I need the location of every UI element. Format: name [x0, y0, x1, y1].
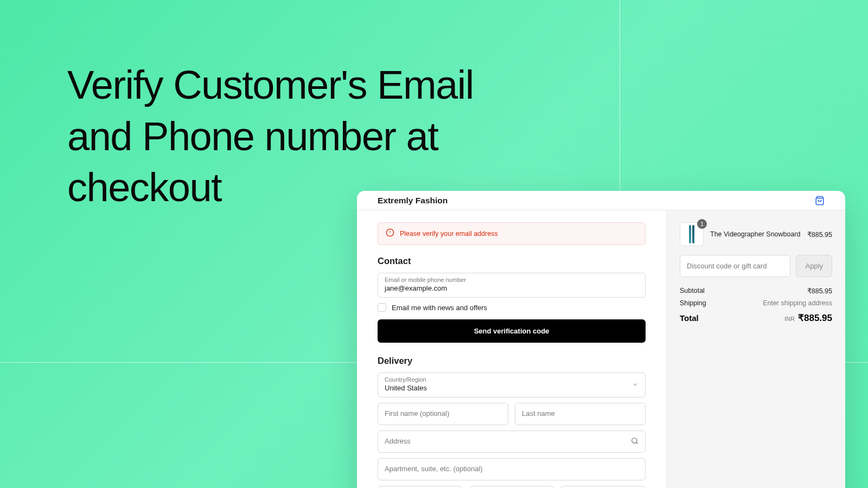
store-name: Extremly Fashion: [378, 196, 448, 206]
order-summary-column: 1 The Videographer Snowboard ₹885.95 Dis…: [666, 210, 845, 488]
address-field[interactable]: Address: [378, 431, 646, 453]
first-name-field[interactable]: First name (optional): [378, 403, 508, 425]
verify-email-alert: Please verify your email address: [378, 222, 646, 245]
product-image: [689, 225, 691, 243]
country-label: Country/Region: [385, 376, 639, 383]
product-thumbnail: 1: [680, 222, 704, 246]
svg-line-5: [636, 442, 638, 444]
city-field[interactable]: City: [378, 486, 463, 488]
chevron-down-icon: [632, 380, 639, 390]
apply-discount-button[interactable]: Apply: [796, 255, 832, 277]
product-image: [692, 225, 694, 243]
checkbox-icon[interactable]: [378, 303, 386, 312]
shopping-bag-icon[interactable]: [815, 196, 825, 206]
shipping-label: Shipping: [680, 299, 706, 307]
alert-message: Please verify your email address: [400, 230, 498, 237]
email-phone-field[interactable]: Email or mobile phone number jane@exampl…: [378, 273, 646, 298]
subtotal-row: Subtotal ₹885.95: [680, 287, 832, 295]
shipping-row: Shipping Enter shipping address: [680, 299, 832, 307]
contact-section-title: Contact: [378, 256, 646, 266]
zip-field[interactable]: ZIP code: [560, 486, 646, 488]
country-select[interactable]: Country/Region United States: [378, 373, 646, 397]
product-name: The Videographer Snowboard: [710, 230, 801, 238]
news-offers-label: Email me with news and offers: [392, 304, 487, 312]
first-name-placeholder: First name (optional): [385, 407, 501, 420]
apartment-field[interactable]: Apartment, suite, etc. (optional): [378, 458, 646, 480]
total-row: Total INR₹885.95: [680, 312, 832, 324]
total-label: Total: [680, 313, 699, 323]
product-price: ₹885.95: [807, 230, 832, 239]
send-verification-button[interactable]: Send verification code: [378, 319, 646, 343]
news-offers-checkbox-row[interactable]: Email me with news and offers: [378, 303, 646, 312]
delivery-section-title: Delivery: [378, 356, 646, 366]
state-select[interactable]: State Marshall Islands: [469, 486, 554, 488]
svg-point-4: [632, 438, 637, 442]
checkout-content: Please verify your email address Contact…: [357, 210, 845, 488]
search-icon: [631, 437, 639, 447]
window-header: Extremly Fashion: [357, 191, 845, 210]
checkout-window: Extremly Fashion Please verify your emai…: [357, 191, 845, 488]
total-value: INR₹885.95: [784, 312, 832, 324]
checkout-form-column: Please verify your email address Contact…: [357, 210, 666, 488]
subtotal-label: Subtotal: [680, 287, 705, 295]
apartment-placeholder: Apartment, suite, etc. (optional): [385, 462, 639, 476]
quantity-badge: 1: [697, 219, 707, 229]
currency-code: INR: [784, 316, 795, 322]
shipping-value: Enter shipping address: [763, 299, 832, 307]
country-value: United States: [385, 384, 427, 392]
email-phone-label: Email or mobile phone number: [385, 277, 639, 283]
cart-item: 1 The Videographer Snowboard ₹885.95: [680, 222, 832, 246]
discount-code-input[interactable]: Discount code or gift card: [680, 255, 790, 277]
alert-icon: [386, 228, 394, 239]
last-name-field[interactable]: Last name: [515, 403, 646, 425]
subtotal-value: ₹885.95: [807, 287, 832, 295]
email-phone-value: jane@example.com: [385, 284, 447, 292]
address-placeholder: Address: [385, 434, 639, 448]
last-name-placeholder: Last name: [522, 407, 639, 420]
